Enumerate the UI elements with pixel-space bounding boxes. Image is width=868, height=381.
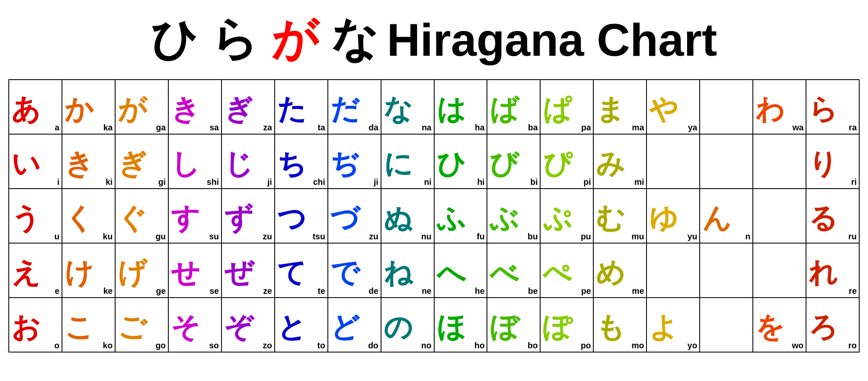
table-cell: ぬnu (381, 189, 434, 243)
table-row: いiきkiぎgiしshiじjiちchiぢjiにniひhiびbiぴpiみmiりri (9, 134, 859, 189)
kana-char: つ (277, 204, 307, 232)
kana-char: も (596, 313, 625, 341)
table-cell: へhe (434, 243, 487, 298)
romaji-label: ri (851, 178, 857, 186)
cell-inner: ぽpo (543, 300, 591, 350)
table-cell: がga (115, 80, 168, 134)
table-cell: どdo (328, 298, 381, 352)
romaji-label: de (368, 287, 378, 295)
table-cell: えe (9, 243, 62, 298)
kana-char: ず (224, 204, 253, 232)
kana-char: ろ (809, 313, 838, 341)
cell-inner: をwo (755, 300, 804, 350)
cell-inner: けke (64, 246, 113, 295)
table-cell: ぷpu (540, 189, 593, 243)
romaji-label: zo (263, 341, 272, 350)
kana-char: を (755, 313, 785, 341)
cell-inner: すsu (171, 191, 219, 241)
kana-char: ぺ (543, 258, 572, 287)
kana-char: え (11, 258, 41, 287)
cell-inner: いi (11, 137, 59, 186)
cell-inner: きki (64, 137, 113, 186)
kana-char: ち (277, 149, 307, 178)
table-cell: ぎgi (115, 134, 168, 189)
cell-inner: ぜze (224, 246, 272, 295)
kana-char: ぎ (118, 149, 147, 178)
table-cell: みmi (593, 134, 646, 189)
table-cell (700, 80, 753, 134)
title-area: ひ ら が な Hiragana Chart (8, 8, 860, 71)
kana-char: ば (489, 95, 519, 123)
cell-inner: わwa (755, 82, 804, 132)
cell-inner: よyo (649, 300, 697, 350)
table-row: えeけkeげgeせseぜzeてteでdeねneへheべbeぺpeめmeれre (9, 243, 859, 298)
kana-char: ふ (437, 204, 466, 232)
kana-char: せ (171, 258, 200, 287)
romaji-label: hi (477, 178, 485, 186)
table-cell: せse (168, 243, 222, 298)
romaji-label: chi (313, 178, 325, 186)
cell-inner: りri (809, 137, 857, 186)
cell-inner: るru (809, 191, 857, 241)
kana-char: は (437, 95, 466, 123)
romaji-label: u (54, 232, 59, 241)
romaji-label: gi (158, 178, 166, 186)
cell-inner: はha (437, 82, 485, 132)
table-row: うuくkuぐguすsuずzuつtsuづzuぬnuふfuぶbuぷpuむmuゆyuん… (9, 189, 859, 243)
kana-char: ぽ (543, 313, 572, 341)
cell-inner: おo (11, 300, 59, 350)
table-cell (700, 134, 753, 189)
table-cell: じji (222, 134, 275, 189)
kana-char: か (64, 95, 94, 123)
table-cell: らra (806, 80, 859, 134)
romaji-label: te (318, 287, 325, 295)
romaji-label: po (581, 341, 591, 350)
romaji-label: wa (792, 123, 804, 132)
kana-char: ど (330, 313, 360, 341)
table-cell: ごgo (115, 298, 168, 352)
romaji-label: tsu (313, 232, 325, 241)
kana-char: れ (809, 258, 838, 287)
romaji-label: so (209, 341, 219, 350)
cell-inner: がga (118, 82, 166, 132)
kana-char: ぬ (384, 204, 413, 232)
table-cell: ろro (806, 298, 859, 352)
table-cell: やya (646, 80, 700, 134)
kana-char: あ (11, 95, 41, 123)
cell-inner: めme (596, 246, 644, 295)
kana-char: き (64, 149, 94, 178)
kana-char: の (384, 313, 413, 341)
romaji-label: n (745, 232, 750, 241)
romaji-label: o (54, 341, 59, 350)
title-hiragana: ひ ら が な (151, 8, 379, 71)
table-cell: ぶbu (487, 189, 540, 243)
romaji-label: wo (792, 341, 804, 350)
table-cell: めme (593, 243, 646, 298)
kana-char: ぎ (224, 95, 253, 123)
cell-inner: まma (596, 82, 644, 132)
romaji-label: fu (477, 232, 485, 241)
title-ga: が (271, 13, 319, 65)
kana-char: い (11, 149, 41, 178)
cell-inner: げge (118, 246, 166, 295)
cell-inner: ぷpu (543, 191, 591, 241)
cell-inner: きsa (171, 82, 219, 132)
romaji-label: yu (688, 232, 697, 241)
cell-inner: しshi (171, 137, 219, 186)
cell-inner: づzu (330, 191, 379, 241)
kana-char: ん (702, 204, 731, 232)
table-cell: うu (9, 189, 62, 243)
table-cell: わwa (753, 80, 806, 134)
romaji-label: ki (106, 178, 113, 186)
romaji-label: ru (848, 232, 857, 241)
romaji-label: zu (263, 232, 272, 241)
cell-inner: やya (649, 82, 697, 132)
cell-inner: とto (277, 300, 325, 350)
kana-char: へ (437, 258, 466, 287)
kana-char: ひ (437, 149, 466, 178)
romaji-label: mo (631, 341, 644, 350)
kana-char: ぜ (224, 258, 253, 287)
kana-char: だ (330, 95, 360, 123)
table-cell: まma (593, 80, 646, 134)
table-cell: たta (275, 80, 328, 134)
